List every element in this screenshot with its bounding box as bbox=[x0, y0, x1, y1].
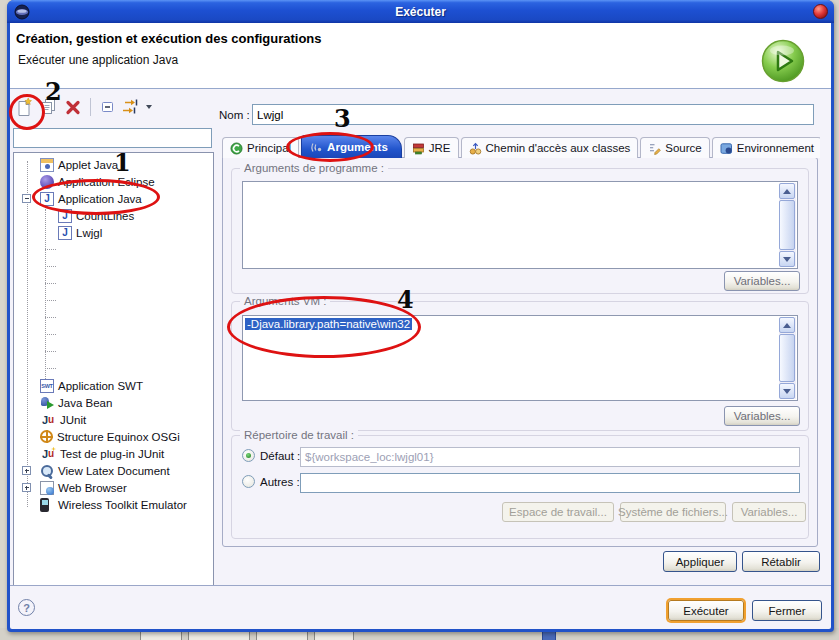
screen: Exécuter Création, gestion et exécution … bbox=[0, 0, 839, 640]
arguments-tab-panel: Arguments de programme : Variables... Ar… bbox=[222, 157, 818, 547]
tree-item-label: CountLines bbox=[76, 210, 134, 222]
vm-variables-button[interactable]: Variables... bbox=[724, 406, 800, 426]
tree-item-label: Java Bean bbox=[58, 397, 112, 409]
vm-arguments-textarea[interactable]: -Djava.library.path=native\win32 bbox=[242, 315, 798, 401]
swt-application-icon: SWT bbox=[40, 379, 54, 393]
collapse-expander-icon[interactable] bbox=[22, 194, 31, 203]
tree-item-java-bean[interactable]: Java Bean bbox=[14, 394, 213, 411]
window-title: Exécuter bbox=[7, 5, 834, 19]
tree-item-label: Wireless Toolkit Emulator bbox=[58, 499, 187, 511]
tree-item-application-java[interactable]: J Application Java bbox=[14, 190, 213, 207]
icon-glyph: J bbox=[62, 228, 68, 238]
expand-expander-icon[interactable] bbox=[22, 483, 31, 492]
java-application-icon: J bbox=[58, 226, 72, 240]
run-button[interactable]: Exécuter bbox=[668, 600, 744, 621]
duplicate-configuration-button[interactable] bbox=[38, 96, 60, 118]
scroll-up-icon[interactable] bbox=[779, 317, 795, 333]
tree-item-web-browser[interactable]: Web Browser bbox=[14, 479, 213, 496]
program-variables-button[interactable]: Variables... bbox=[724, 271, 800, 291]
tab-principal[interactable]: Principal bbox=[222, 137, 299, 158]
collapse-all-button[interactable] bbox=[97, 96, 119, 118]
default-radio-label: Défaut : bbox=[260, 450, 300, 462]
apply-button[interactable]: Appliquer bbox=[663, 551, 737, 572]
tree-item-application-swt[interactable]: SWT Application SWT bbox=[14, 377, 213, 394]
icon-glyph: SWT bbox=[41, 383, 52, 389]
title-bar: Exécuter bbox=[7, 0, 834, 23]
workdir-variables-button[interactable]: Variables... bbox=[732, 502, 806, 522]
program-arguments-textarea[interactable] bbox=[242, 181, 798, 269]
delete-configuration-button[interactable] bbox=[62, 96, 84, 118]
java-application-icon: J bbox=[58, 209, 72, 223]
tab-jre[interactable]: JRE bbox=[404, 137, 459, 158]
magnifier-document-icon bbox=[40, 464, 54, 478]
configurations-tree[interactable]: Applet Java Application Eclipse J Applic… bbox=[13, 152, 214, 586]
scroll-up-icon[interactable] bbox=[779, 183, 795, 199]
tree-item-junit-plugin-test[interactable]: Ju Test de plug-in JUnit bbox=[14, 445, 213, 462]
filter-input[interactable] bbox=[13, 128, 212, 148]
run-configurations-dialog: Exécuter Création, gestion et exécution … bbox=[7, 0, 834, 632]
tree-item-application-eclipse[interactable]: Application Eclipse bbox=[14, 173, 213, 190]
tree-branch-stub bbox=[14, 292, 213, 309]
classpath-tab-icon bbox=[469, 142, 482, 155]
applet-java-icon bbox=[40, 158, 54, 172]
configuration-name-input[interactable] bbox=[252, 104, 814, 125]
tree-item-label: Applet Java bbox=[58, 159, 118, 171]
tab-environment[interactable]: Environnement bbox=[712, 137, 820, 158]
close-button[interactable]: Fermer bbox=[752, 600, 822, 621]
source-tab-icon bbox=[648, 142, 661, 155]
scrollbar[interactable] bbox=[779, 317, 796, 399]
arguments-tab-icon bbox=[310, 141, 323, 154]
phone-emulator-icon bbox=[40, 498, 49, 512]
tree-item-label: Application Eclipse bbox=[58, 176, 155, 188]
default-radio[interactable] bbox=[242, 449, 255, 462]
tree-item-applet-java[interactable]: Applet Java bbox=[14, 156, 213, 173]
tree-item-label: JUnit bbox=[60, 414, 86, 426]
header-title: Création, gestion et exécution des confi… bbox=[16, 31, 322, 46]
tree-branch-stub bbox=[14, 258, 213, 275]
tab-bar: Principal Arguments JRE bbox=[222, 135, 820, 158]
osgi-framework-icon bbox=[40, 430, 53, 443]
workspace-button[interactable]: Espace de travail... bbox=[502, 502, 614, 522]
tree-item-lwjgl[interactable]: J Lwjgl bbox=[14, 224, 213, 241]
icon-glyph: u bbox=[48, 448, 54, 459]
tree-branch-stub bbox=[14, 343, 213, 360]
vm-arguments-label: Arguments VM : bbox=[240, 295, 330, 307]
vm-arguments-selected-text: -Djava.library.path=native\win32 bbox=[245, 318, 412, 330]
tree-item-view-latex-document[interactable]: View Latex Document bbox=[14, 462, 213, 479]
tab-label: Principal bbox=[247, 142, 291, 154]
default-directory-field[interactable]: ${workspace_loc:lwjgl01} bbox=[300, 447, 800, 467]
tab-classpath[interactable]: Chemin d'accès aux classes bbox=[461, 137, 639, 158]
tree-item-countlines[interactable]: J CountLines bbox=[14, 207, 213, 224]
working-directory-label: Répertoire de travail : bbox=[240, 429, 358, 441]
tab-arguments[interactable]: Arguments bbox=[301, 135, 402, 158]
tree-item-junit[interactable]: Ju JUnit bbox=[14, 411, 213, 428]
filter-icon bbox=[122, 97, 144, 117]
scrollbar-thumb[interactable] bbox=[779, 200, 795, 250]
java-application-icon: J bbox=[40, 192, 54, 206]
junit-icon: Ju bbox=[40, 413, 56, 427]
scrollbar-thumb[interactable] bbox=[779, 334, 795, 382]
close-icon[interactable] bbox=[813, 4, 828, 19]
tab-label: JRE bbox=[429, 142, 451, 154]
expand-expander-icon[interactable] bbox=[22, 466, 31, 475]
scroll-down-icon[interactable] bbox=[779, 251, 795, 267]
tree-item-equinox-osgi[interactable]: Structure Equinox OSGi bbox=[14, 428, 213, 445]
other-directory-field[interactable] bbox=[300, 473, 800, 493]
filesystem-button[interactable]: Système de fichiers... bbox=[620, 502, 726, 522]
tree-item-label: Web Browser bbox=[58, 482, 127, 494]
tree-item-wireless-toolkit-emulator[interactable]: Wireless Toolkit Emulator bbox=[14, 496, 213, 513]
environment-tab-icon bbox=[720, 142, 733, 155]
scroll-down-icon[interactable] bbox=[779, 383, 795, 399]
revert-button[interactable]: Rétablir bbox=[742, 551, 820, 572]
tab-label: Arguments bbox=[327, 141, 388, 153]
footer-separator bbox=[10, 585, 831, 586]
tree-item-label: Application SWT bbox=[58, 380, 143, 392]
help-icon[interactable]: ? bbox=[18, 599, 35, 616]
new-configuration-button[interactable] bbox=[14, 96, 36, 118]
scrollbar[interactable] bbox=[779, 183, 796, 267]
filter-launch-configurations-button[interactable] bbox=[121, 96, 153, 118]
collapse-all-icon bbox=[98, 97, 118, 117]
tab-source[interactable]: Source bbox=[640, 137, 709, 158]
tree-item-label: Application Java bbox=[58, 193, 142, 205]
other-radio[interactable] bbox=[242, 475, 255, 488]
